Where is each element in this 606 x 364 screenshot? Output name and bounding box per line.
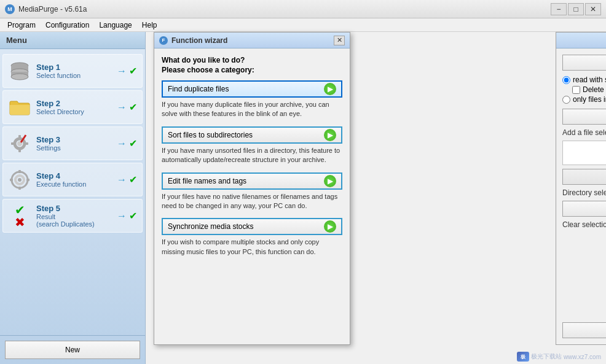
step3-icon [8, 132, 31, 155]
add-file-selection-desc: Add a file selection [562, 128, 606, 137]
step5-icon: ✔ ✖ [8, 204, 31, 228]
category-btn-sort-files[interactable]: Sort files to subdirectories ▶ [162, 126, 342, 144]
svg-rect-16 [18, 187, 21, 190]
svg-rect-17 [10, 179, 13, 181]
dialog-body: What do you like to do? Please choose a … [154, 48, 350, 344]
step1-subtitle: Select function [36, 72, 117, 79]
category-label-sync-media: Synchronize media stocks [168, 222, 253, 231]
new-button[interactable]: 🔄 New [562, 201, 606, 217]
new-button-desc: Clear selection [562, 220, 606, 229]
watermark-logo: 极 [517, 352, 529, 362]
step1-arrow: → [117, 66, 127, 77]
step3-subtitle: Settings [36, 144, 117, 152]
category-btn-edit-names[interactable]: Edit file names and tags ▶ [162, 172, 342, 190]
directory-options: read with subdirectories Delete empty di… [562, 74, 606, 105]
sidebar-content: Step 1 Select function → ✔ Step 2 Select… [0, 49, 145, 335]
radio-read-subdirs-input[interactable] [562, 76, 570, 84]
sidebar-new-button[interactable]: New [5, 341, 140, 359]
category-item-sort-files: Sort files to subdirectories ▶ If you ha… [162, 126, 342, 165]
svg-rect-10 [25, 142, 28, 145]
category-label-edit-names: Edit file names and tags [168, 177, 246, 185]
window-controls: − □ ✕ [551, 3, 601, 15]
next-button[interactable]: ✔ Next [562, 322, 606, 338]
radio-read-subdirs[interactable]: read with subdirectories [562, 76, 606, 84]
dialog-subtext: Please choose a category: [162, 66, 342, 74]
go-icon-find-duplicates: ▶ [324, 83, 336, 95]
watermark-site: www.xz7.com [564, 354, 601, 360]
sidebar-item-step3[interactable]: Step 3 Settings → ✔ [2, 126, 143, 160]
sidebar-item-step2[interactable]: Step 2 Select Directory → ✔ [2, 90, 143, 124]
close-button[interactable]: ✕ [585, 3, 601, 15]
add-file-selection-button[interactable]: 📄 Add file selection [562, 109, 606, 125]
step1-text: Step 1 Select function [36, 63, 117, 79]
step1-icon [8, 60, 31, 83]
category-desc-sync-media: If you wish to compare multiple stocks a… [162, 238, 342, 257]
step2-icon [8, 96, 31, 119]
category-desc-edit-names: If your files have no native filenames o… [162, 192, 342, 211]
main-container: Menu Step 1 Select function → [0, 32, 606, 364]
step5-text: Step 5 Result (search Duplicates) [36, 204, 117, 228]
function-wizard-dialog: F Function wizard ✕ What do you like to … [154, 32, 350, 345]
radio-read-subdirs-label: read with subdirectories [573, 76, 606, 84]
dialog-question: What do you like to do? [162, 56, 342, 64]
step5-check: ✔ [129, 210, 137, 222]
step4-subtitle: Execute function [36, 180, 117, 188]
minimize-button[interactable]: − [551, 3, 567, 15]
step3-arrow: → [117, 138, 127, 149]
category-item-edit-names: Edit file names and tags ▶ If your files… [162, 172, 342, 211]
repeat-compilation-desc: Directory selection of the last program … [562, 188, 606, 197]
settings-icon [9, 133, 31, 155]
checkbox-delete-empty-input[interactable] [572, 86, 580, 94]
menu-program[interactable]: Program [2, 20, 41, 31]
svg-rect-9 [11, 142, 15, 145]
step5-arrow: → [117, 211, 127, 222]
step4-arrow: → [117, 174, 127, 185]
maximize-button[interactable]: □ [568, 3, 584, 15]
svg-point-14 [18, 178, 22, 182]
step4-text: Step 4 Execute function [36, 171, 117, 188]
step3-title: Step 3 [36, 135, 117, 144]
dialog-close-button[interactable]: ✕ [334, 36, 345, 45]
sidebar-footer: New [0, 335, 145, 364]
category-item-find-duplicates: Find duplicate files ▶ If you have many … [162, 80, 342, 119]
step4-icon [8, 168, 31, 192]
sidebar-header: Menu [0, 32, 145, 49]
checkbox-delete-empty[interactable]: Delete empty directories [562, 85, 606, 94]
step5-title: Step 5 [36, 204, 117, 213]
window-title: MediaPurge - v5.61a [18, 5, 551, 14]
step5-subtitle: Result (search Duplicates) [36, 213, 117, 228]
repeat-compilation-button[interactable]: ⚙ Repeat compilation [562, 169, 606, 185]
go-icon-sort-files: ▶ [324, 129, 336, 141]
radio-only-selected[interactable]: only files in selected directories [562, 95, 606, 104]
step2-subtitle: Select Directory [36, 108, 117, 115]
right-panel-title-bar: ✕ [556, 33, 606, 48]
menu-language[interactable]: Language [94, 20, 136, 31]
step2-text: Step 2 Select Directory [36, 99, 117, 115]
menu-configuration[interactable]: Configuration [41, 20, 94, 31]
add-directory-button[interactable]: 📁 Add Directory [562, 55, 606, 71]
step4-check: ✔ [129, 174, 137, 185]
execute-icon [9, 169, 31, 191]
sidebar-item-step4[interactable]: Step 4 Execute function → ✔ [2, 163, 143, 196]
category-label-sort-files: Sort files to subdirectories [168, 131, 253, 139]
category-btn-sync-media[interactable]: Synchronize media stocks ▶ [162, 218, 342, 235]
svg-rect-8 [18, 149, 21, 152]
right-panel: ✕ 📁 Add Directory read with subdirectori… [556, 32, 606, 345]
step2-title: Step 2 [36, 99, 117, 108]
dialog-icon: F [159, 36, 168, 45]
radio-only-selected-input[interactable] [562, 96, 570, 104]
go-icon-edit-names: ▶ [324, 175, 336, 187]
category-btn-find-duplicates[interactable]: Find duplicate files ▶ [162, 80, 342, 98]
sidebar-item-step1[interactable]: Step 1 Select function → ✔ [2, 54, 143, 88]
checkbox-delete-empty-label: Delete empty directories [583, 85, 606, 94]
dialog-title-bar: F Function wizard ✕ [154, 33, 350, 48]
menu-help[interactable]: Help [137, 20, 162, 31]
app-icon: M [5, 4, 15, 14]
database-icon [9, 60, 31, 82]
svg-rect-7 [18, 135, 21, 139]
dialog-title-text: Function wizard [171, 36, 334, 45]
category-label-find-duplicates: Find duplicate files [168, 85, 229, 93]
svg-rect-15 [18, 170, 21, 173]
sidebar-item-step5[interactable]: ✔ ✖ Step 5 Result (search Duplicates) → … [2, 199, 143, 233]
watermark-brand: 极光下载站 [531, 352, 562, 361]
